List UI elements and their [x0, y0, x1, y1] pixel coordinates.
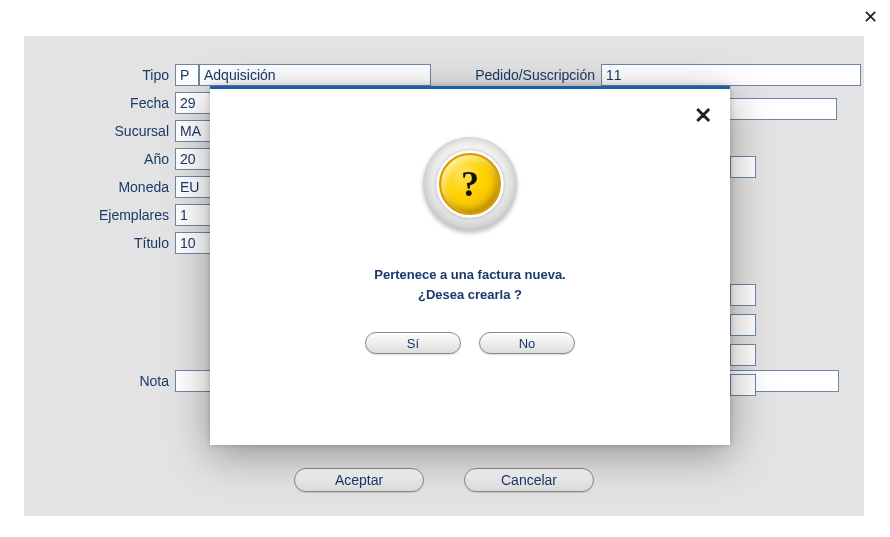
dialog-yes-button[interactable]: Sí	[365, 332, 461, 354]
dialog-icon-wrap: ?	[210, 137, 730, 231]
dialog-message-line2: ¿Desea crearla ?	[210, 285, 730, 305]
dialog-button-bar: Sí No	[210, 332, 730, 354]
confirm-dialog: ✕ ? Pertenece a una factura nueva. ¿Dese…	[210, 86, 730, 445]
dialog-message: Pertenece a una factura nueva. ¿Desea cr…	[210, 265, 730, 304]
modal-overlay: ✕ ? Pertenece a una factura nueva. ¿Dese…	[0, 0, 890, 537]
dialog-close-icon[interactable]: ✕	[694, 105, 712, 127]
dialog-no-button[interactable]: No	[479, 332, 575, 354]
question-icon: ?	[423, 137, 517, 231]
dialog-message-line1: Pertenece a una factura nueva.	[210, 265, 730, 285]
